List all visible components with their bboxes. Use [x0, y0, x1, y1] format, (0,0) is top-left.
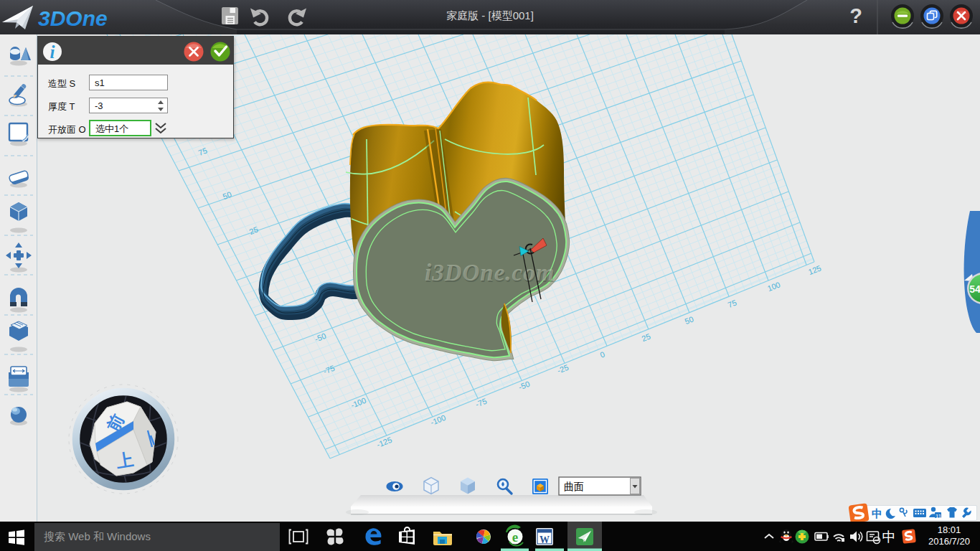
svg-text:11: 11: [936, 513, 942, 519]
svg-text:中: 中: [872, 507, 882, 519]
svg-text:家庭版 - [模型001]: 家庭版 - [模型001]: [446, 9, 534, 22]
svg-text:i: i: [50, 42, 55, 62]
svg-text:W: W: [540, 534, 550, 545]
svg-text:上: 上: [115, 449, 135, 471]
svg-text:e: e: [512, 529, 518, 545]
svg-text:54: 54: [969, 283, 980, 295]
svg-text:3DOne: 3DOne: [38, 6, 108, 30]
svg-text:?: ?: [849, 4, 862, 27]
svg-text:中: 中: [882, 529, 896, 545]
svg-text:曲面: 曲面: [564, 481, 584, 492]
